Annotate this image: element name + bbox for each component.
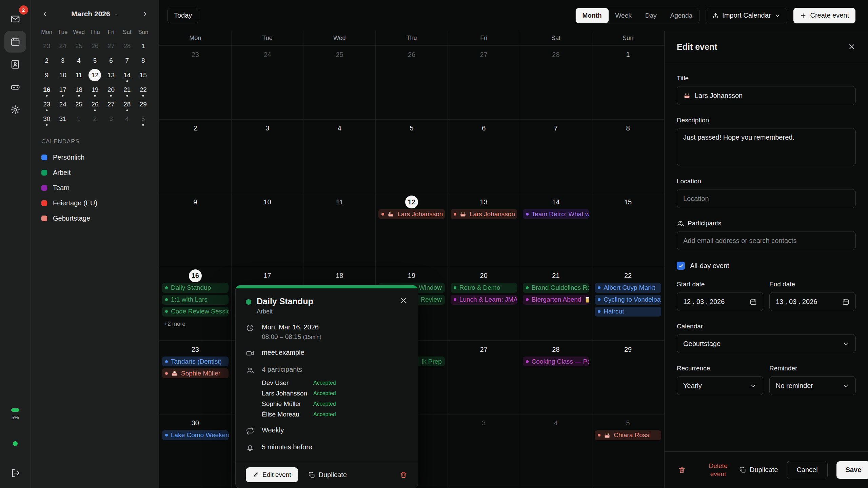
event-chip[interactable]: Team Retro: What w… bbox=[523, 209, 589, 219]
mini-day[interactable]: 20 bbox=[103, 82, 119, 97]
calendar-select[interactable]: Geburtstage bbox=[677, 334, 856, 353]
day-cell[interactable]: 4 bbox=[520, 414, 592, 488]
mini-day[interactable]: 5 bbox=[87, 53, 103, 68]
day-cell[interactable]: 2 bbox=[159, 120, 232, 194]
mini-day[interactable]: 4 bbox=[119, 111, 135, 126]
mail-nav-button[interactable]: 2 bbox=[4, 8, 26, 30]
mini-day[interactable]: 31 bbox=[55, 111, 71, 126]
mini-day[interactable]: 24 bbox=[55, 39, 71, 53]
day-cell[interactable]: 24 bbox=[232, 46, 304, 120]
day-cell[interactable]: 11 bbox=[303, 193, 376, 267]
mini-day[interactable]: 12 bbox=[87, 68, 103, 82]
mini-day[interactable]: 25 bbox=[71, 97, 87, 111]
event-chip[interactable]: Cycling to Vondelpa… bbox=[595, 295, 661, 305]
mini-day[interactable]: 26 bbox=[87, 97, 103, 111]
mini-day[interactable]: 8 bbox=[135, 53, 151, 68]
allday-toggle[interactable]: All-day event bbox=[677, 262, 856, 270]
mini-day[interactable]: 19 bbox=[87, 82, 103, 97]
day-cell[interactable]: 29 bbox=[592, 341, 664, 414]
calendar-nav-button[interactable] bbox=[4, 31, 26, 53]
calendar-list-item[interactable]: Persönlich bbox=[39, 150, 151, 165]
day-cell[interactable]: 13Lars Johansson bbox=[448, 193, 520, 267]
storage-nav-button[interactable] bbox=[4, 76, 26, 98]
mini-day[interactable]: 2 bbox=[39, 53, 55, 68]
day-cell[interactable]: 23Tandarts (Dentist)Sophie Müller bbox=[159, 341, 232, 414]
calendar-list-item[interactable]: Team bbox=[39, 180, 151, 196]
location-input[interactable]: Location bbox=[677, 189, 856, 208]
event-chip[interactable]: 1:1 with Lars bbox=[162, 295, 229, 305]
day-cell[interactable]: 7 bbox=[520, 120, 592, 194]
checkbox-checked-icon[interactable] bbox=[677, 262, 685, 270]
event-chip[interactable]: Lars Johansson bbox=[378, 209, 445, 219]
participants-input[interactable]: Add email address or search contacts bbox=[677, 231, 856, 250]
description-input[interactable]: Just passed! Hope you remembered. bbox=[677, 128, 856, 166]
view-tab-day[interactable]: Day bbox=[638, 8, 664, 23]
cancel-button[interactable]: Cancel bbox=[787, 461, 827, 479]
popup-delete-button[interactable] bbox=[399, 471, 408, 479]
event-chip[interactable]: Daily Standup bbox=[162, 283, 229, 293]
day-cell[interactable]: 14Team Retro: What w… bbox=[520, 193, 592, 267]
mini-day[interactable]: 15 bbox=[135, 68, 151, 82]
event-chip[interactable]: Code Review Session bbox=[162, 307, 229, 317]
mini-day[interactable]: 7 bbox=[119, 53, 135, 68]
mini-day[interactable]: 23 bbox=[39, 39, 55, 53]
day-cell[interactable]: 28Cooking Class — Pa… bbox=[520, 341, 592, 414]
reminder-select[interactable]: No reminder bbox=[769, 376, 856, 395]
end-date-input[interactable]: 13 . 03 . 2026 bbox=[769, 292, 856, 311]
day-cell[interactable]: 21Brand Guidelines Re…Biergarten Abend bbox=[520, 267, 592, 341]
day-cell[interactable]: 3 bbox=[448, 414, 520, 488]
day-cell[interactable]: 3 bbox=[232, 120, 304, 194]
create-event-button[interactable]: Create event bbox=[793, 8, 855, 23]
day-cell[interactable]: 10 bbox=[232, 193, 304, 267]
mini-day[interactable]: 23 bbox=[39, 97, 55, 111]
mini-day[interactable]: 3 bbox=[55, 53, 71, 68]
mini-day[interactable]: 26 bbox=[87, 39, 103, 53]
day-cell[interactable]: 5 bbox=[376, 120, 448, 194]
mini-day[interactable]: 27 bbox=[103, 39, 119, 53]
event-chip[interactable]: Sophie Müller bbox=[162, 368, 229, 378]
mini-day[interactable]: 22 bbox=[135, 82, 151, 97]
mini-day[interactable]: 1 bbox=[71, 111, 87, 126]
mini-day[interactable]: 18 bbox=[71, 82, 87, 97]
mini-day[interactable]: 28 bbox=[119, 39, 135, 53]
day-cell[interactable]: 1 bbox=[592, 46, 664, 120]
recurrence-select[interactable]: Yearly bbox=[677, 376, 763, 395]
mini-day[interactable]: 2 bbox=[87, 111, 103, 126]
popup-duplicate-button[interactable]: Duplicate bbox=[308, 471, 347, 479]
mini-day[interactable]: 17 bbox=[55, 82, 71, 97]
start-date-input[interactable]: 12 . 03 . 2026 bbox=[677, 292, 763, 311]
mini-day[interactable]: 14 bbox=[119, 68, 135, 82]
calendar-list-item[interactable]: Arbeit bbox=[39, 165, 151, 180]
event-chip[interactable]: Lake Como Weekend bbox=[162, 430, 229, 440]
event-chip[interactable]: Cooking Class — Pa… bbox=[523, 357, 589, 366]
mini-day[interactable]: 4 bbox=[71, 53, 87, 68]
prev-month-button[interactable] bbox=[39, 7, 52, 20]
mini-day[interactable]: 6 bbox=[103, 53, 119, 68]
mini-day[interactable]: 9 bbox=[39, 68, 55, 82]
day-cell[interactable]: 16Daily Standup1:1 with LarsCode Review … bbox=[159, 267, 232, 341]
day-cell[interactable]: 8 bbox=[592, 120, 664, 194]
mini-day[interactable]: 10 bbox=[55, 68, 71, 82]
more-events-link[interactable]: +2 more bbox=[161, 319, 229, 329]
view-tab-agenda[interactable]: Agenda bbox=[664, 8, 699, 23]
calendar-small-icon[interactable] bbox=[750, 298, 757, 305]
event-chip[interactable]: Biergarten Abend bbox=[523, 295, 589, 305]
day-cell[interactable]: 30Lake Como Weekend bbox=[159, 414, 232, 488]
event-chip[interactable]: Chiara Rossi bbox=[595, 430, 661, 440]
panel-close-button[interactable] bbox=[848, 43, 856, 51]
month-picker[interactable]: March 2026 bbox=[52, 10, 138, 18]
popup-close-button[interactable] bbox=[399, 297, 408, 305]
event-chip[interactable]: Albert Cuyp Markt bbox=[595, 283, 661, 293]
panel-duplicate-button[interactable]: Duplicate bbox=[739, 466, 778, 474]
next-month-button[interactable] bbox=[138, 7, 151, 20]
mini-day[interactable]: 25 bbox=[71, 39, 87, 53]
popup-meeting-link[interactable]: meet.example bbox=[262, 349, 304, 358]
mini-day[interactable]: 16 bbox=[39, 82, 55, 97]
day-cell[interactable]: 26 bbox=[376, 46, 448, 120]
mini-day[interactable]: 24 bbox=[55, 97, 71, 111]
calendar-list-item[interactable]: Geburtstage bbox=[39, 211, 151, 226]
mini-day[interactable]: 30 bbox=[39, 111, 55, 126]
event-chip[interactable]: Brand Guidelines Re… bbox=[523, 283, 589, 293]
view-tab-month[interactable]: Month bbox=[576, 8, 609, 23]
logout-button[interactable] bbox=[11, 468, 20, 478]
